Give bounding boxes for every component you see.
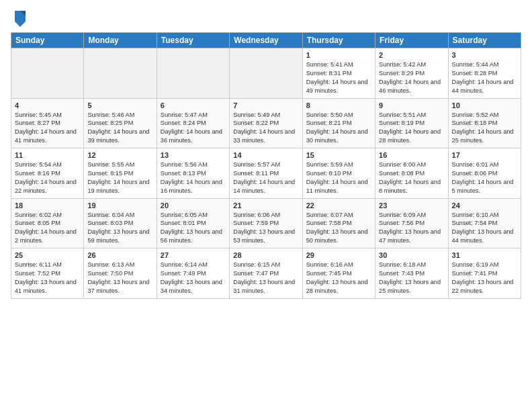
day-number: 6 bbox=[161, 101, 226, 109]
day-info: Sunrise: 6:13 AM Sunset: 7:50 PM Dayligh… bbox=[87, 261, 152, 295]
day-info: Sunrise: 5:49 AM Sunset: 8:22 PM Dayligh… bbox=[233, 111, 298, 146]
day-cell: 26Sunrise: 6:13 AM Sunset: 7:50 PM Dayli… bbox=[84, 248, 157, 299]
day-cell: 20Sunrise: 6:05 AM Sunset: 8:01 PM Dayli… bbox=[157, 198, 229, 248]
day-cell: 11Sunrise: 5:54 AM Sunset: 8:16 PM Dayli… bbox=[11, 148, 84, 199]
day-number: 14 bbox=[233, 151, 298, 159]
day-number: 24 bbox=[452, 201, 517, 210]
day-number: 3 bbox=[452, 51, 517, 59]
day-info: Sunrise: 5:54 AM Sunset: 8:16 PM Dayligh… bbox=[15, 161, 80, 195]
week-row-1: 4Sunrise: 5:45 AM Sunset: 8:27 PM Daylig… bbox=[11, 98, 521, 148]
day-cell: 8Sunrise: 5:50 AM Sunset: 8:21 PM Daylig… bbox=[302, 98, 375, 148]
day-cell: 16Sunrise: 6:00 AM Sunset: 8:08 PM Dayli… bbox=[375, 148, 448, 199]
day-number: 11 bbox=[15, 151, 80, 159]
day-number: 7 bbox=[233, 101, 298, 109]
day-number: 5 bbox=[87, 101, 152, 109]
day-cell: 30Sunrise: 6:18 AM Sunset: 7:43 PM Dayli… bbox=[375, 248, 448, 299]
day-info: Sunrise: 5:42 AM Sunset: 8:29 PM Dayligh… bbox=[379, 60, 444, 95]
day-info: Sunrise: 6:18 AM Sunset: 7:43 PM Dayligh… bbox=[379, 261, 444, 295]
week-row-0: 1Sunrise: 5:41 AM Sunset: 8:31 PM Daylig… bbox=[11, 48, 521, 99]
day-cell: 27Sunrise: 6:14 AM Sunset: 7:49 PM Dayli… bbox=[157, 248, 229, 299]
day-number: 31 bbox=[452, 251, 517, 259]
day-number: 12 bbox=[87, 151, 152, 159]
day-info: Sunrise: 6:11 AM Sunset: 7:52 PM Dayligh… bbox=[15, 261, 80, 295]
day-number: 4 bbox=[15, 101, 80, 109]
day-cell: 6Sunrise: 5:47 AM Sunset: 8:24 PM Daylig… bbox=[157, 98, 229, 148]
day-cell bbox=[11, 48, 84, 99]
day-cell: 10Sunrise: 5:52 AM Sunset: 8:18 PM Dayli… bbox=[448, 98, 521, 148]
day-info: Sunrise: 5:57 AM Sunset: 8:11 PM Dayligh… bbox=[233, 161, 298, 195]
day-info: Sunrise: 5:55 AM Sunset: 8:15 PM Dayligh… bbox=[87, 161, 152, 195]
day-info: Sunrise: 6:19 AM Sunset: 7:41 PM Dayligh… bbox=[452, 261, 517, 295]
day-cell: 9Sunrise: 5:51 AM Sunset: 8:19 PM Daylig… bbox=[375, 98, 448, 148]
day-number: 26 bbox=[87, 251, 152, 259]
day-cell: 17Sunrise: 6:01 AM Sunset: 8:06 PM Dayli… bbox=[448, 148, 521, 199]
day-info: Sunrise: 6:10 AM Sunset: 7:54 PM Dayligh… bbox=[452, 211, 517, 246]
day-info: Sunrise: 6:05 AM Sunset: 8:01 PM Dayligh… bbox=[161, 211, 226, 246]
day-number: 13 bbox=[161, 151, 226, 159]
day-number: 17 bbox=[452, 151, 517, 159]
day-number: 1 bbox=[306, 51, 371, 59]
day-cell: 2Sunrise: 5:42 AM Sunset: 8:29 PM Daylig… bbox=[375, 48, 448, 99]
day-number: 19 bbox=[87, 201, 152, 210]
day-cell: 29Sunrise: 6:16 AM Sunset: 7:45 PM Dayli… bbox=[302, 248, 375, 299]
col-header-wednesday: Wednesday bbox=[230, 33, 302, 48]
day-info: Sunrise: 6:06 AM Sunset: 7:59 PM Dayligh… bbox=[233, 211, 298, 246]
day-info: Sunrise: 5:41 AM Sunset: 8:31 PM Dayligh… bbox=[306, 60, 371, 95]
day-info: Sunrise: 5:46 AM Sunset: 8:25 PM Dayligh… bbox=[87, 111, 152, 146]
col-header-sunday: Sunday bbox=[11, 33, 84, 48]
day-cell: 12Sunrise: 5:55 AM Sunset: 8:15 PM Dayli… bbox=[84, 148, 157, 199]
logo bbox=[11, 11, 28, 27]
header bbox=[11, 11, 521, 27]
day-info: Sunrise: 5:56 AM Sunset: 8:13 PM Dayligh… bbox=[161, 161, 226, 195]
day-info: Sunrise: 5:45 AM Sunset: 8:27 PM Dayligh… bbox=[15, 111, 80, 146]
col-header-tuesday: Tuesday bbox=[157, 33, 229, 48]
day-cell: 7Sunrise: 5:49 AM Sunset: 8:22 PM Daylig… bbox=[230, 98, 302, 148]
day-number: 9 bbox=[379, 101, 444, 109]
header-row: SundayMondayTuesdayWednesdayThursdayFrid… bbox=[11, 33, 521, 48]
day-number: 2 bbox=[379, 51, 444, 59]
day-info: Sunrise: 5:51 AM Sunset: 8:19 PM Dayligh… bbox=[379, 111, 444, 146]
day-number: 16 bbox=[379, 151, 444, 159]
day-cell: 18Sunrise: 6:02 AM Sunset: 8:05 PM Dayli… bbox=[11, 198, 84, 248]
day-cell: 31Sunrise: 6:19 AM Sunset: 7:41 PM Dayli… bbox=[448, 248, 521, 299]
week-row-2: 11Sunrise: 5:54 AM Sunset: 8:16 PM Dayli… bbox=[11, 148, 521, 199]
day-info: Sunrise: 6:16 AM Sunset: 7:45 PM Dayligh… bbox=[306, 261, 371, 295]
day-info: Sunrise: 5:44 AM Sunset: 8:28 PM Dayligh… bbox=[452, 60, 517, 95]
day-info: Sunrise: 6:07 AM Sunset: 7:58 PM Dayligh… bbox=[306, 211, 371, 246]
day-cell bbox=[157, 48, 229, 99]
day-info: Sunrise: 6:01 AM Sunset: 8:06 PM Dayligh… bbox=[452, 161, 517, 195]
day-number: 29 bbox=[306, 251, 371, 259]
day-cell: 13Sunrise: 5:56 AM Sunset: 8:13 PM Dayli… bbox=[157, 148, 229, 199]
day-info: Sunrise: 6:00 AM Sunset: 8:08 PM Dayligh… bbox=[379, 161, 444, 195]
day-info: Sunrise: 6:15 AM Sunset: 7:47 PM Dayligh… bbox=[233, 261, 298, 295]
day-cell: 1Sunrise: 5:41 AM Sunset: 8:31 PM Daylig… bbox=[302, 48, 375, 99]
day-number: 28 bbox=[233, 251, 298, 259]
calendar-table: SundayMondayTuesdayWednesdayThursdayFrid… bbox=[11, 32, 521, 299]
day-number: 21 bbox=[233, 201, 298, 210]
col-header-friday: Friday bbox=[375, 33, 448, 48]
col-header-thursday: Thursday bbox=[302, 33, 375, 48]
day-cell: 3Sunrise: 5:44 AM Sunset: 8:28 PM Daylig… bbox=[448, 48, 521, 99]
day-number: 20 bbox=[161, 201, 226, 210]
day-info: Sunrise: 5:47 AM Sunset: 8:24 PM Dayligh… bbox=[161, 111, 226, 146]
day-cell: 21Sunrise: 6:06 AM Sunset: 7:59 PM Dayli… bbox=[230, 198, 302, 248]
day-info: Sunrise: 5:52 AM Sunset: 8:18 PM Dayligh… bbox=[452, 111, 517, 146]
logo-icon bbox=[12, 8, 28, 27]
day-number: 18 bbox=[15, 201, 80, 210]
day-cell: 19Sunrise: 6:04 AM Sunset: 8:03 PM Dayli… bbox=[84, 198, 157, 248]
day-info: Sunrise: 5:59 AM Sunset: 8:10 PM Dayligh… bbox=[306, 161, 371, 195]
col-header-saturday: Saturday bbox=[448, 33, 521, 48]
day-info: Sunrise: 5:50 AM Sunset: 8:21 PM Dayligh… bbox=[306, 111, 371, 146]
col-header-monday: Monday bbox=[84, 33, 157, 48]
day-number: 30 bbox=[379, 251, 444, 259]
day-cell: 15Sunrise: 5:59 AM Sunset: 8:10 PM Dayli… bbox=[302, 148, 375, 199]
day-cell bbox=[230, 48, 302, 99]
day-cell: 25Sunrise: 6:11 AM Sunset: 7:52 PM Dayli… bbox=[11, 248, 84, 299]
day-number: 15 bbox=[306, 151, 371, 159]
day-info: Sunrise: 6:09 AM Sunset: 7:56 PM Dayligh… bbox=[379, 211, 444, 246]
day-number: 22 bbox=[306, 201, 371, 210]
day-cell: 23Sunrise: 6:09 AM Sunset: 7:56 PM Dayli… bbox=[375, 198, 448, 248]
week-row-4: 25Sunrise: 6:11 AM Sunset: 7:52 PM Dayli… bbox=[11, 248, 521, 299]
day-cell: 28Sunrise: 6:15 AM Sunset: 7:47 PM Dayli… bbox=[230, 248, 302, 299]
day-number: 25 bbox=[15, 251, 80, 259]
